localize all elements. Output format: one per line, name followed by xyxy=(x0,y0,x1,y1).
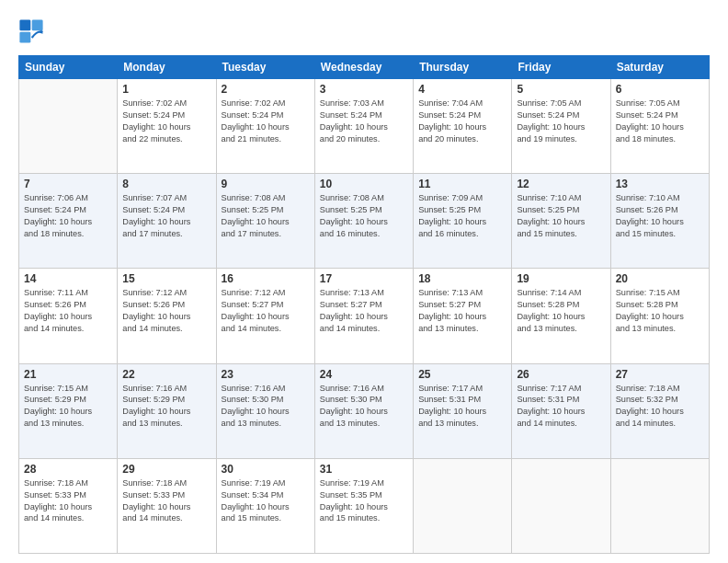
weekday-header-sunday: Sunday xyxy=(19,56,118,79)
day-info: Sunrise: 7:13 AMSunset: 5:27 PMDaylight:… xyxy=(418,287,506,335)
logo-icon xyxy=(18,18,44,44)
calendar-day-cell: 2Sunrise: 7:02 AMSunset: 5:24 PMDaylight… xyxy=(216,79,314,174)
day-number: 22 xyxy=(122,368,210,381)
day-number: 24 xyxy=(320,368,408,381)
day-number: 14 xyxy=(24,272,112,285)
day-info: Sunrise: 7:02 AMSunset: 5:24 PMDaylight:… xyxy=(122,98,210,145)
calendar-week-row: 7Sunrise: 7:06 AMSunset: 5:24 PMDaylight… xyxy=(19,174,710,269)
day-info: Sunrise: 7:18 AMSunset: 5:32 PMDaylight:… xyxy=(616,383,704,431)
day-number: 29 xyxy=(122,463,210,476)
calendar-day-cell: 3Sunrise: 7:03 AMSunset: 5:24 PMDaylight… xyxy=(314,79,413,174)
calendar-day-cell: 27Sunrise: 7:18 AMSunset: 5:32 PMDayligh… xyxy=(610,363,709,458)
day-info: Sunrise: 7:12 AMSunset: 5:26 PMDaylight:… xyxy=(122,287,210,335)
weekday-header-wednesday: Wednesday xyxy=(314,56,413,79)
day-info: Sunrise: 7:16 AMSunset: 5:30 PMDaylight:… xyxy=(222,383,310,431)
day-number: 26 xyxy=(517,368,605,381)
calendar-day-cell xyxy=(414,458,512,553)
day-number: 15 xyxy=(122,272,210,285)
day-number: 12 xyxy=(517,178,605,190)
calendar-day-cell: 28Sunrise: 7:18 AMSunset: 5:33 PMDayligh… xyxy=(19,458,118,553)
day-number: 17 xyxy=(320,272,408,285)
day-info: Sunrise: 7:16 AMSunset: 5:29 PMDaylight:… xyxy=(122,383,210,431)
calendar-day-cell: 4Sunrise: 7:04 AMSunset: 5:24 PMDaylight… xyxy=(414,79,512,174)
day-number: 8 xyxy=(122,178,210,190)
day-number: 19 xyxy=(517,272,605,285)
day-info: Sunrise: 7:15 AMSunset: 5:29 PMDaylight:… xyxy=(24,383,112,431)
day-info: Sunrise: 7:03 AMSunset: 5:24 PMDaylight:… xyxy=(320,98,408,145)
calendar-week-row: 21Sunrise: 7:15 AMSunset: 5:29 PMDayligh… xyxy=(19,363,710,458)
calendar-week-row: 14Sunrise: 7:11 AMSunset: 5:26 PMDayligh… xyxy=(19,269,710,363)
calendar-day-cell: 18Sunrise: 7:13 AMSunset: 5:27 PMDayligh… xyxy=(414,269,512,363)
calendar-week-row: 28Sunrise: 7:18 AMSunset: 5:33 PMDayligh… xyxy=(19,458,710,553)
calendar-day-cell xyxy=(512,458,610,553)
calendar-day-cell: 30Sunrise: 7:19 AMSunset: 5:34 PMDayligh… xyxy=(216,458,314,553)
calendar-table: SundayMondayTuesdayWednesdayThursdayFrid… xyxy=(18,55,710,554)
day-number: 23 xyxy=(222,368,310,381)
svg-rect-2 xyxy=(19,32,30,43)
day-info: Sunrise: 7:08 AMSunset: 5:25 PMDaylight:… xyxy=(320,192,408,240)
day-number: 31 xyxy=(320,463,408,476)
calendar-day-cell: 7Sunrise: 7:06 AMSunset: 5:24 PMDaylight… xyxy=(19,174,118,269)
calendar-day-cell: 10Sunrise: 7:08 AMSunset: 5:25 PMDayligh… xyxy=(314,174,413,269)
weekday-header-saturday: Saturday xyxy=(610,56,709,79)
day-info: Sunrise: 7:08 AMSunset: 5:25 PMDaylight:… xyxy=(222,192,310,240)
calendar-day-cell: 15Sunrise: 7:12 AMSunset: 5:26 PMDayligh… xyxy=(118,269,216,363)
day-number: 20 xyxy=(616,272,704,285)
day-info: Sunrise: 7:07 AMSunset: 5:24 PMDaylight:… xyxy=(122,192,210,240)
calendar-day-cell: 26Sunrise: 7:17 AMSunset: 5:31 PMDayligh… xyxy=(512,363,610,458)
day-number: 4 xyxy=(418,83,506,96)
logo xyxy=(18,18,48,44)
day-number: 2 xyxy=(222,83,310,96)
calendar-day-cell: 29Sunrise: 7:18 AMSunset: 5:33 PMDayligh… xyxy=(118,458,216,553)
calendar-week-row: 1Sunrise: 7:02 AMSunset: 5:24 PMDaylight… xyxy=(19,79,710,174)
day-info: Sunrise: 7:02 AMSunset: 5:24 PMDaylight:… xyxy=(222,98,310,145)
day-number: 30 xyxy=(222,463,310,476)
svg-rect-1 xyxy=(32,19,43,30)
calendar-day-cell: 25Sunrise: 7:17 AMSunset: 5:31 PMDayligh… xyxy=(414,363,512,458)
day-number: 21 xyxy=(24,368,112,381)
calendar-day-cell: 17Sunrise: 7:13 AMSunset: 5:27 PMDayligh… xyxy=(314,269,413,363)
day-info: Sunrise: 7:05 AMSunset: 5:24 PMDaylight:… xyxy=(616,98,704,145)
day-info: Sunrise: 7:06 AMSunset: 5:24 PMDaylight:… xyxy=(24,192,112,240)
calendar-day-cell: 12Sunrise: 7:10 AMSunset: 5:25 PMDayligh… xyxy=(512,174,610,269)
weekday-header-monday: Monday xyxy=(118,56,216,79)
day-info: Sunrise: 7:19 AMSunset: 5:34 PMDaylight:… xyxy=(222,477,310,525)
calendar-day-cell: 6Sunrise: 7:05 AMSunset: 5:24 PMDaylight… xyxy=(610,79,709,174)
calendar-day-cell: 20Sunrise: 7:15 AMSunset: 5:28 PMDayligh… xyxy=(610,269,709,363)
calendar-day-cell: 14Sunrise: 7:11 AMSunset: 5:26 PMDayligh… xyxy=(19,269,118,363)
day-info: Sunrise: 7:17 AMSunset: 5:31 PMDaylight:… xyxy=(517,383,605,431)
calendar-day-cell: 9Sunrise: 7:08 AMSunset: 5:25 PMDaylight… xyxy=(216,174,314,269)
calendar-day-cell: 24Sunrise: 7:16 AMSunset: 5:30 PMDayligh… xyxy=(314,363,413,458)
weekday-header-friday: Friday xyxy=(512,56,610,79)
calendar-day-cell: 21Sunrise: 7:15 AMSunset: 5:29 PMDayligh… xyxy=(19,363,118,458)
day-number: 6 xyxy=(616,83,704,96)
day-info: Sunrise: 7:09 AMSunset: 5:25 PMDaylight:… xyxy=(418,192,506,240)
day-info: Sunrise: 7:14 AMSunset: 5:28 PMDaylight:… xyxy=(517,287,605,335)
day-info: Sunrise: 7:10 AMSunset: 5:26 PMDaylight:… xyxy=(616,192,704,240)
day-number: 10 xyxy=(320,178,408,190)
calendar-day-cell: 5Sunrise: 7:05 AMSunset: 5:24 PMDaylight… xyxy=(512,79,610,174)
day-number: 25 xyxy=(418,368,506,381)
weekday-header-thursday: Thursday xyxy=(414,56,512,79)
calendar-day-cell: 13Sunrise: 7:10 AMSunset: 5:26 PMDayligh… xyxy=(610,174,709,269)
calendar-day-cell: 11Sunrise: 7:09 AMSunset: 5:25 PMDayligh… xyxy=(414,174,512,269)
day-info: Sunrise: 7:19 AMSunset: 5:35 PMDaylight:… xyxy=(320,477,408,525)
day-info: Sunrise: 7:13 AMSunset: 5:27 PMDaylight:… xyxy=(320,287,408,335)
calendar-day-cell: 19Sunrise: 7:14 AMSunset: 5:28 PMDayligh… xyxy=(512,269,610,363)
calendar-day-cell xyxy=(19,79,118,174)
day-info: Sunrise: 7:10 AMSunset: 5:25 PMDaylight:… xyxy=(517,192,605,240)
day-number: 16 xyxy=(222,272,310,285)
weekday-header-tuesday: Tuesday xyxy=(216,56,314,79)
calendar-day-cell: 8Sunrise: 7:07 AMSunset: 5:24 PMDaylight… xyxy=(118,174,216,269)
day-number: 28 xyxy=(24,463,112,476)
day-info: Sunrise: 7:18 AMSunset: 5:33 PMDaylight:… xyxy=(122,477,210,525)
day-number: 27 xyxy=(616,368,704,381)
header xyxy=(18,18,710,44)
day-number: 1 xyxy=(122,83,210,96)
day-number: 13 xyxy=(616,178,704,190)
day-number: 7 xyxy=(24,178,112,190)
calendar-day-cell xyxy=(610,458,709,553)
calendar-day-cell: 23Sunrise: 7:16 AMSunset: 5:30 PMDayligh… xyxy=(216,363,314,458)
day-number: 5 xyxy=(517,83,605,96)
day-info: Sunrise: 7:17 AMSunset: 5:31 PMDaylight:… xyxy=(418,383,506,431)
